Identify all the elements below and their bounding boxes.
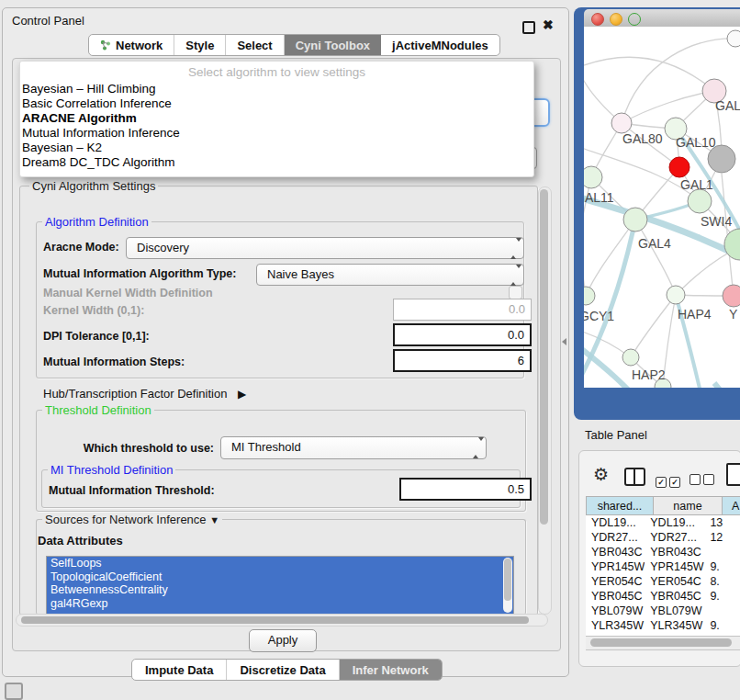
mi-steps-field[interactable]: 6 bbox=[393, 349, 532, 372]
list-scrollbar-thumb[interactable] bbox=[504, 559, 511, 601]
table-hscrollbar-thumb[interactable] bbox=[590, 638, 732, 647]
settings-hscrollbar[interactable] bbox=[16, 614, 548, 627]
settings-vscrollbar[interactable] bbox=[538, 186, 552, 615]
close-traffic-light[interactable] bbox=[591, 13, 604, 26]
dpi-tolerance-field[interactable]: 0.0 bbox=[393, 323, 532, 346]
table-cell[interactable]: YLR345W bbox=[586, 618, 645, 633]
table-cell[interactable]: YER054C bbox=[586, 574, 645, 589]
network-node-GAL4[interactable] bbox=[623, 208, 647, 231]
float-window-icon[interactable] bbox=[522, 21, 535, 34]
tab-discretize-data[interactable]: Discretize Data bbox=[227, 660, 339, 680]
network-edge[interactable] bbox=[635, 220, 676, 295]
table-row[interactable]: YLR345WYLR345W9. bbox=[586, 618, 740, 633]
table-cell[interactable]: YPR145W bbox=[645, 559, 704, 574]
table-cell[interactable]: 13 bbox=[704, 515, 740, 530]
table-row[interactable]: YDL19...YDL19...13 bbox=[586, 515, 740, 530]
mi-algorithm-type-select[interactable]: Naive Bayes bbox=[256, 264, 524, 286]
columns-icon[interactable] bbox=[624, 468, 645, 486]
tab-jactivemnodules[interactable]: jActiveMNodules bbox=[381, 35, 499, 55]
table-cell[interactable]: YER054C bbox=[645, 574, 704, 589]
table-row[interactable]: YBR045CYBR045C9. bbox=[586, 589, 740, 604]
tab-impute-data[interactable]: Impute Data bbox=[132, 660, 227, 680]
table-cell[interactable]: 9. bbox=[704, 589, 740, 604]
network-node-GAL80[interactable] bbox=[611, 113, 632, 133]
docked-panel-icon[interactable] bbox=[5, 683, 23, 700]
column-header-name[interactable]: name bbox=[654, 496, 723, 515]
table-cell[interactable]: YDL19... bbox=[586, 515, 645, 530]
column-header-clipped[interactable]: A bbox=[723, 496, 740, 515]
table-row[interactable]: YER054CYER054C8. bbox=[586, 574, 740, 589]
list-scrollbar[interactable] bbox=[503, 558, 512, 613]
table-cell[interactable]: 9. bbox=[704, 559, 740, 574]
table-cell[interactable]: YDL19... bbox=[645, 515, 704, 530]
sources-title-wrap[interactable]: Sources for Network Inference ▼ bbox=[42, 513, 222, 526]
table-cell[interactable]: YDR27... bbox=[645, 530, 704, 545]
close-icon[interactable]: ✖ bbox=[543, 17, 554, 32]
table-cell[interactable]: YBR045C bbox=[586, 589, 645, 604]
algorithm-option-bayesian-hill-climbing[interactable]: Bayesian – Hill Climbing bbox=[22, 82, 156, 96]
hub-definition-expander[interactable]: Hub/Transcription Factor Definition ▶ bbox=[43, 387, 246, 401]
column-header-shared-name[interactable]: shared... bbox=[586, 496, 654, 515]
network-edge[interactable] bbox=[622, 91, 714, 123]
select-all-checkboxes-icon[interactable]: ✓✓ bbox=[656, 472, 683, 489]
table-cell[interactable]: 12 bbox=[704, 530, 740, 545]
clear-all-checkboxes-icon[interactable] bbox=[690, 472, 717, 489]
network-node-node-pink-right[interactable] bbox=[723, 285, 740, 307]
settings-hscrollbar-thumb[interactable] bbox=[21, 616, 529, 624]
tab-style[interactable]: Style bbox=[174, 35, 226, 55]
algorithm-option-bayesian-k2[interactable]: Bayesian – K2 bbox=[22, 141, 102, 155]
gear-icon[interactable]: ⚙ bbox=[593, 464, 609, 485]
table-cell[interactable]: YLR345W bbox=[645, 618, 704, 633]
table-cell[interactable]: YBL079W bbox=[645, 604, 704, 618]
table-cell[interactable]: YBR043C bbox=[586, 545, 645, 559]
tab-select[interactable]: Select bbox=[226, 35, 284, 55]
network-node-HAP2[interactable] bbox=[622, 349, 639, 366]
which-threshold-select[interactable]: MI Threshold bbox=[220, 436, 487, 459]
table-cell[interactable]: YPR145W bbox=[586, 559, 645, 574]
table-row[interactable]: YBL079WYBL079W bbox=[586, 604, 740, 618]
network-canvas[interactable]: GAL7GAL80GAL10GAL1GAL11SWI4GAL4GCY1HAP4Y… bbox=[584, 27, 740, 388]
tab-network[interactable]: Network bbox=[89, 35, 174, 55]
mi-threshold-field[interactable]: 0.5 bbox=[399, 478, 532, 501]
data-attributes-list[interactable]: SelfLoops TopologicalCoefficient Between… bbox=[46, 556, 514, 615]
settings-vscrollbar-thumb[interactable] bbox=[540, 189, 548, 525]
list-item[interactable]: SelfLoops bbox=[47, 557, 513, 570]
algorithm-option-dream8[interactable]: Dream8 DC_TDC Algorithm bbox=[22, 155, 175, 170]
zoom-traffic-light[interactable] bbox=[628, 13, 641, 26]
export-table-icon[interactable] bbox=[726, 463, 740, 486]
aracne-mode-select[interactable]: Discovery bbox=[126, 237, 524, 259]
table-cell[interactable]: 8. bbox=[704, 574, 740, 589]
table-cell[interactable] bbox=[704, 604, 740, 618]
tab-infer-network[interactable]: Infer Network bbox=[340, 660, 442, 680]
network-node-node-top[interactable] bbox=[727, 30, 740, 47]
table-row[interactable]: YDR27...YDR27...12 bbox=[586, 530, 740, 545]
table-row[interactable]: YPR145WYPR145W9. bbox=[586, 559, 740, 574]
network-node-HAP4[interactable] bbox=[667, 286, 685, 304]
network-node-SWI4[interactable] bbox=[688, 189, 712, 213]
network-edge-highlighted[interactable] bbox=[714, 383, 740, 388]
network-edge[interactable] bbox=[584, 63, 622, 123]
algorithm-option-mutual-information[interactable]: Mutual Information Inference bbox=[22, 126, 180, 141]
table-cell[interactable]: YBR045C bbox=[645, 589, 704, 604]
algorithm-option-basic-correlation[interactable]: Basic Correlation Inference bbox=[22, 96, 172, 111]
minimize-traffic-light[interactable] bbox=[610, 13, 622, 26]
split-pane-collapse-icon[interactable] bbox=[562, 338, 566, 345]
list-item[interactable]: gal4RGexp bbox=[47, 597, 513, 611]
list-item[interactable]: TopologicalCoefficient bbox=[47, 570, 513, 584]
table-cell[interactable]: 9. bbox=[704, 618, 740, 633]
network-icon bbox=[100, 40, 111, 51]
table-cell[interactable]: YDR27... bbox=[586, 530, 645, 545]
table-cell[interactable] bbox=[704, 545, 740, 559]
table-row[interactable]: YBR043CYBR043C bbox=[586, 545, 740, 559]
network-node-GAL11[interactable] bbox=[584, 166, 602, 188]
table-cell[interactable]: YBL079W bbox=[586, 604, 645, 618]
table-cell[interactable]: YBR043C bbox=[645, 545, 704, 559]
apply-button[interactable]: Apply bbox=[249, 629, 317, 652]
list-item[interactable]: BetweennessCentrality bbox=[47, 583, 513, 597]
tab-cyni-toolbox[interactable]: Cyni Toolbox bbox=[285, 35, 381, 55]
network-node-GAL1[interactable] bbox=[669, 157, 690, 177]
network-edge[interactable] bbox=[631, 295, 676, 357]
table-hscrollbar[interactable] bbox=[586, 636, 740, 650]
network-node-GCY1[interactable] bbox=[584, 287, 595, 305]
algorithm-option-aracne[interactable]: ARACNE Algorithm bbox=[22, 111, 137, 126]
